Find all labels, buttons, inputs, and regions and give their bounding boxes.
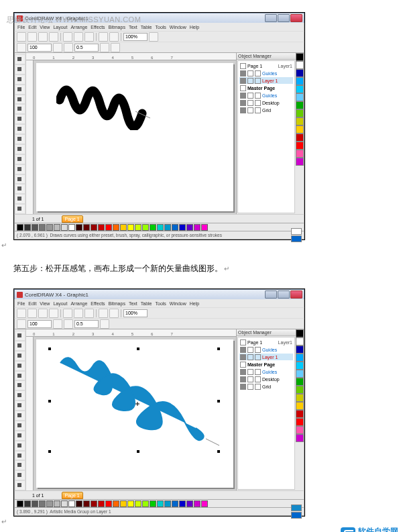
layer-row[interactable]: Grid	[239, 107, 293, 113]
menu-item[interactable]: Table	[141, 301, 152, 306]
paste-icon[interactable]	[84, 32, 94, 42]
swatch[interactable]	[164, 224, 171, 231]
swatch[interactable]	[157, 500, 164, 507]
swatch[interactable]	[76, 224, 82, 231]
menu-item[interactable]: Tools	[155, 25, 166, 30]
swatch[interactable]	[91, 500, 97, 507]
swatch[interactable]	[201, 500, 208, 507]
cut-icon[interactable]	[63, 32, 72, 42]
layer-row-active[interactable]: Layer 1	[239, 354, 293, 360]
ellipse-tool-icon[interactable]	[15, 401, 25, 411]
visibility-icon[interactable]	[240, 78, 246, 84]
page-tab[interactable]: Page 1	[62, 492, 83, 499]
minimize-icon[interactable]	[265, 14, 277, 22]
swatch[interactable]	[24, 224, 31, 231]
table-tool-icon[interactable]	[15, 164, 25, 174]
swatch[interactable]	[157, 224, 164, 231]
visibility-icon[interactable]	[240, 376, 246, 382]
zoom-input[interactable]	[123, 309, 148, 317]
menu-item[interactable]: Bitmaps	[109, 25, 125, 30]
prev-page-icon[interactable]	[24, 492, 31, 498]
menu-item[interactable]: Window	[170, 25, 186, 30]
shape-tool-icon[interactable]	[15, 64, 25, 74]
swatch[interactable]	[194, 224, 200, 231]
menu-item[interactable]: Arrange	[70, 25, 87, 30]
visibility-icon[interactable]	[240, 354, 246, 360]
swatch[interactable]	[39, 500, 46, 507]
swatch[interactable]	[296, 101, 304, 109]
swatch[interactable]	[113, 224, 119, 231]
swatch[interactable]	[179, 500, 186, 507]
visibility-icon[interactable]	[240, 347, 246, 353]
print-icon[interactable]	[247, 347, 253, 353]
save-icon[interactable]	[38, 32, 48, 42]
layer-page-row[interactable]: Page 1 Layer1	[239, 339, 293, 345]
prop-btn[interactable]	[100, 43, 109, 52]
menu-item[interactable]: File	[17, 301, 25, 306]
undo-icon[interactable]	[99, 32, 108, 42]
visibility-icon[interactable]	[240, 384, 246, 390]
print-icon[interactable]	[49, 309, 58, 318]
menu-item[interactable]: Tools	[155, 301, 166, 306]
menu-item[interactable]: Layout	[53, 301, 67, 306]
swatch[interactable]	[296, 386, 304, 394]
menu-item[interactable]: File	[17, 25, 25, 30]
edit-icon[interactable]	[255, 93, 261, 99]
print-icon[interactable]	[247, 376, 253, 382]
swatch[interactable]	[296, 410, 304, 418]
swatch[interactable]	[54, 500, 60, 507]
menu-item[interactable]: Effects	[91, 301, 105, 306]
swatch[interactable]	[98, 224, 105, 231]
prop-input[interactable]	[27, 44, 52, 52]
swatch[interactable]	[76, 500, 82, 507]
print-icon[interactable]	[247, 93, 253, 99]
print-icon[interactable]	[247, 70, 253, 76]
swatch[interactable]	[135, 224, 141, 231]
swatch[interactable]	[296, 418, 304, 426]
maximize-icon[interactable]	[278, 290, 290, 299]
page-tab[interactable]: Page 1	[62, 215, 83, 223]
visibility-icon[interactable]	[240, 70, 246, 76]
swatch[interactable]	[296, 378, 304, 386]
minimize-icon[interactable]	[265, 290, 277, 299]
fill-tool-icon[interactable]	[15, 204, 25, 214]
layer-master-row[interactable]: Master Page	[239, 361, 293, 368]
swatch[interactable]	[68, 500, 75, 507]
expand-icon[interactable]	[240, 85, 246, 91]
swatch[interactable]	[296, 117, 304, 125]
menu-item[interactable]: Window	[170, 301, 186, 306]
outline-tool-icon[interactable]	[15, 194, 25, 204]
swatch[interactable]	[83, 224, 90, 231]
rectangle-tool-icon[interactable]	[15, 390, 25, 401]
swatch[interactable]	[186, 224, 193, 231]
ellipse-tool-icon[interactable]	[15, 124, 25, 134]
swatch[interactable]	[296, 77, 304, 85]
prop-btn[interactable]	[111, 43, 120, 52]
first-page-icon[interactable]	[16, 492, 23, 498]
fill-tool-icon[interactable]	[15, 480, 25, 490]
blend-tool-icon[interactable]	[15, 451, 25, 461]
swatch[interactable]	[296, 142, 304, 150]
swatch[interactable]	[201, 224, 208, 231]
menu-item[interactable]: Help	[190, 301, 199, 306]
swatch[interactable]	[32, 224, 38, 231]
menu-item[interactable]: Text	[129, 25, 137, 30]
next-page-icon[interactable]	[46, 492, 52, 498]
outline-tool-icon[interactable]	[15, 470, 25, 480]
swatch[interactable]	[17, 500, 23, 507]
freehand-tool-icon[interactable]	[15, 95, 25, 105]
prop-btn[interactable]	[100, 319, 109, 329]
menu-item[interactable]: Text	[129, 301, 137, 306]
visibility-icon[interactable]	[240, 100, 246, 106]
menu-item[interactable]: Bitmaps	[109, 301, 125, 306]
swatch[interactable]	[120, 500, 127, 507]
menu-item[interactable]: Edit	[28, 25, 36, 30]
basic-shapes-icon[interactable]	[15, 421, 25, 431]
layer-row[interactable]: Guides	[239, 368, 293, 375]
smart-fill-icon[interactable]	[15, 104, 25, 114]
swatch[interactable]	[61, 500, 68, 507]
menu-item[interactable]: Layout	[53, 25, 67, 30]
expand-icon[interactable]	[240, 339, 246, 345]
swatch[interactable]	[61, 224, 68, 231]
edit-icon[interactable]	[255, 376, 261, 382]
